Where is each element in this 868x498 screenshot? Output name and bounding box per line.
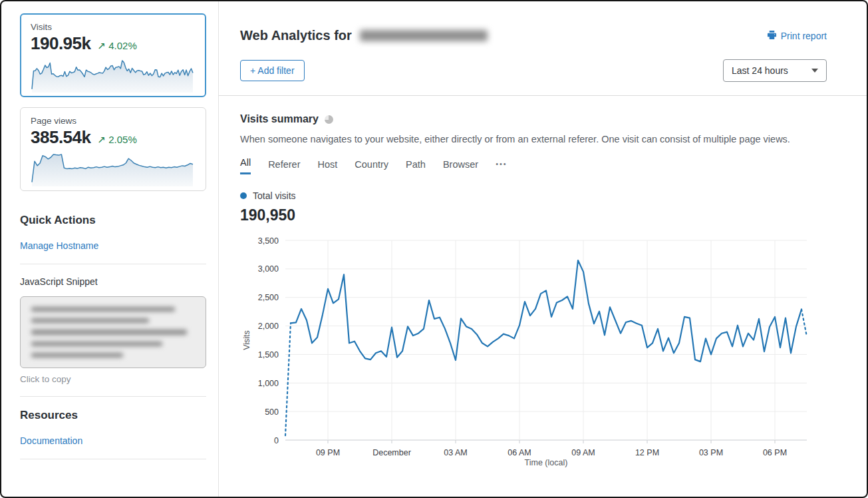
web-analytics-page: Visits 190.95k ↗ 4.02% Page views 385.54… (0, 0, 868, 498)
pageviews-metric-card[interactable]: Page views 385.54k ↗ 2.05% (20, 107, 206, 191)
svg-text:09 AM: 09 AM (571, 448, 595, 457)
js-snippet-label: JavaScript Snippet (20, 276, 206, 287)
tab-referer[interactable]: Referer (268, 159, 300, 174)
divider (20, 264, 206, 264)
svg-text:03 PM: 03 PM (699, 448, 723, 457)
svg-text:December: December (372, 448, 411, 457)
svg-text:12 PM: 12 PM (635, 448, 659, 457)
svg-text:Time (local): Time (local) (525, 458, 568, 467)
visits-summary-description: When someone navigates to your website, … (240, 134, 827, 144)
visits-summary-title: Visits summary (240, 113, 827, 125)
tab-browser[interactable]: Browser (443, 159, 478, 174)
visits-card-label: Visits (31, 22, 196, 32)
trend-up-icon: ↗ (97, 40, 106, 51)
trend-up-icon: ↗ (97, 134, 106, 145)
redacted-code-line (31, 342, 162, 346)
pageviews-card-delta: ↗ 2.05% (97, 134, 136, 146)
add-filter-button[interactable]: + Add filter (240, 60, 305, 81)
pageviews-card-label: Page views (31, 116, 196, 126)
tab-country[interactable]: Country (355, 159, 388, 174)
visits-time-series-chart: 09 PMDecember03 AM06 AM09 AM12 PM03 PM06… (240, 232, 827, 472)
legend-dot-icon (240, 192, 247, 199)
total-visits-value: 190,950 (240, 206, 827, 224)
svg-text:2,000: 2,000 (258, 322, 279, 331)
svg-text:Visits: Visits (242, 330, 251, 350)
svg-text:3,000: 3,000 (258, 264, 279, 274)
svg-text:06 AM: 06 AM (507, 448, 531, 457)
sidebar: Visits 190.95k ↗ 4.02% Page views 385.54… (1, 1, 218, 497)
svg-text:3,500: 3,500 (258, 236, 279, 246)
main-header: Web Analytics for Print report + Add fil… (219, 1, 867, 96)
visits-sparkline (31, 57, 196, 93)
resources-heading: Resources (20, 409, 206, 422)
svg-text:0: 0 (274, 436, 279, 445)
redacted-code-line (31, 353, 123, 358)
legend-label: Total visits (253, 190, 296, 201)
divider (20, 459, 206, 459)
visits-card-delta: ↗ 4.02% (97, 40, 136, 52)
svg-text:03 AM: 03 AM (444, 448, 467, 457)
pie-chart-icon (325, 115, 333, 124)
visits-card-value: 190.95k (31, 33, 90, 54)
visits-metric-card[interactable]: Visits 190.95k ↗ 4.02% (20, 13, 206, 97)
svg-text:2,500: 2,500 (258, 293, 279, 302)
js-snippet-box[interactable] (20, 296, 206, 368)
pageviews-sparkline (31, 150, 196, 186)
chevron-down-icon (811, 69, 818, 73)
printer-icon (767, 30, 777, 42)
visits-summary-section: Visits summary When someone navigates to… (219, 96, 867, 472)
redacted-code-line (31, 307, 175, 312)
redacted-code-line (31, 330, 187, 334)
tab-path[interactable]: Path (406, 159, 426, 174)
redacted-code-line (31, 318, 149, 323)
svg-text:09 PM: 09 PM (316, 448, 340, 457)
documentation-link[interactable]: Documentation (20, 435, 82, 446)
tab-more[interactable]: ••• (496, 160, 507, 174)
summary-tabs: AllRefererHostCountryPathBrowser••• (240, 157, 827, 174)
manage-hostname-link[interactable]: Manage Hostname (20, 240, 98, 251)
print-report-link[interactable]: Print report (767, 30, 827, 42)
click-to-copy-hint: Click to copy (20, 374, 206, 384)
tab-all[interactable]: All (240, 157, 251, 174)
divider (20, 396, 206, 397)
svg-text:1,000: 1,000 (258, 379, 279, 388)
page-title: Web Analytics for (240, 28, 488, 43)
svg-text:06 PM: 06 PM (763, 448, 787, 457)
pageviews-card-value: 385.54k (31, 127, 90, 148)
time-range-select[interactable]: Last 24 hours (723, 59, 827, 82)
main-panel: Web Analytics for Print report + Add fil… (218, 1, 867, 497)
quick-actions-heading: Quick Actions (20, 214, 206, 227)
svg-text:1,500: 1,500 (258, 350, 279, 360)
redacted-domain (360, 30, 488, 41)
chart-legend: Total visits (240, 190, 827, 201)
tab-host[interactable]: Host (317, 159, 337, 174)
svg-text:500: 500 (265, 407, 279, 417)
